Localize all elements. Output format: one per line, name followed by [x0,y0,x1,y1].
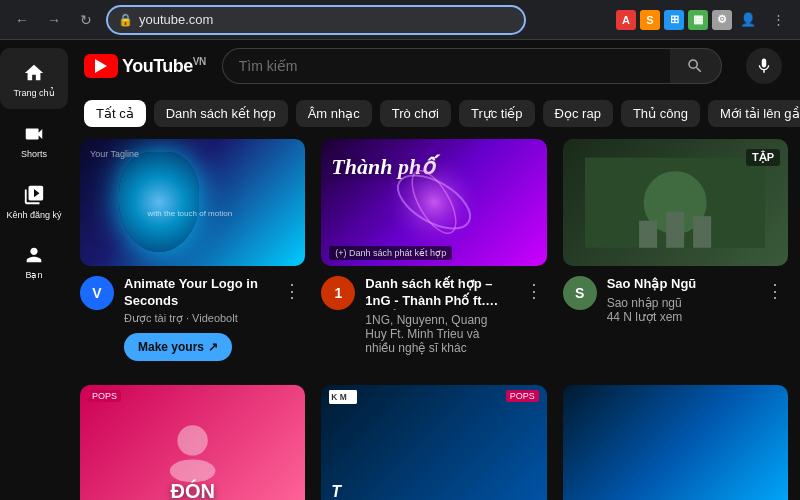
youtube-logo-icon [84,54,118,78]
search-button[interactable] [670,48,722,84]
video-info: Sao Nhập NgũSao nhập ngũ44 N lượt xem [607,276,752,324]
refresh-button[interactable]: ↻ [72,6,100,34]
forward-button[interactable]: → [40,6,68,34]
sidebar: Trang chủ Shorts Kênh đăng ký Bạn [0,40,68,500]
video-row-1: with the touch of motion Your Tagline VA… [80,139,788,361]
filter-chip-4[interactable]: Trực tiếp [459,100,535,127]
filter-bar: Tất cảDanh sách kết hợpÂm nhạcTrò chơiTr… [68,92,800,139]
menu-button[interactable]: ⋮ [764,6,792,34]
subscriptions-icon [23,184,45,206]
sidebar-home-label: Trang chủ [13,88,54,99]
filter-chip-3[interactable]: Trò chơi [380,100,451,127]
video-row-2: POPS ĐÓN PĐónPOPS Music⋮ K M POPS T TThà… [80,385,788,500]
lock-icon: 🔒 [118,13,133,27]
main-content: YouTubeVN Tất cảDanh sách kết hợpÂm nhạc… [68,40,800,500]
filter-chip-7[interactable]: Mới tải lên gần đây [708,100,800,127]
shorts-icon [23,123,45,145]
filter-chip-0[interactable]: Tất cả [84,100,146,127]
tap-label: TẬP [746,149,780,166]
channel-avatar: S [563,276,597,310]
svg-point-8 [177,425,207,455]
svg-rect-7 [693,216,711,248]
svg-point-9 [170,459,216,482]
video-card[interactable]: with the touch of motion Your Tagline VA… [80,139,305,361]
svg-text:K M: K M [332,392,347,402]
video-meta: 1Danh sách kết hợp – 1nG - Thành Phố ft.… [321,276,546,355]
extension-icons: A S ⊞ ▦ ⚙ [616,10,732,30]
video-info: Danh sách kết hợp – 1nG - Thành Phố ft. … [365,276,510,355]
svg-rect-6 [666,211,684,247]
video-title: Danh sách kết hợp – 1nG - Thành Phố ft. … [365,276,510,310]
sidebar-subscriptions-label: Kênh đăng ký [6,210,61,221]
url-text: youtube.com [139,12,213,27]
channel-avatar: 1 [321,276,355,310]
video-title: Animate Your Logo in Seconds [124,276,269,310]
play-triangle [95,59,107,73]
mic-button[interactable] [746,48,782,84]
ext-icon-2[interactable]: S [640,10,660,30]
video-channel: Sao nhập ngũ [607,296,752,310]
ext-icon-3[interactable]: ⊞ [664,10,684,30]
filter-chip-1[interactable]: Danh sách kết hợp [154,100,288,127]
svg-rect-5 [639,220,657,247]
video-stats: 44 N lượt xem [607,310,752,324]
nav-buttons: ← → ↻ [8,6,100,34]
channel-avatar: V [80,276,114,310]
filter-chip-6[interactable]: Thủ công [621,100,700,127]
video-menu-dots[interactable]: ⋮ [279,276,305,361]
home-icon [23,62,45,84]
filter-chip-5[interactable]: Đọc rap [543,100,613,127]
sponsored-label: Được tài trợ · Videobolt [124,312,269,325]
address-bar[interactable]: 🔒 youtube.com [106,5,526,35]
sidebar-item-subscriptions[interactable]: Kênh đăng ký [0,170,68,231]
browser-actions: A S ⊞ ▦ ⚙ 👤 ⋮ [616,6,792,34]
video-card[interactable]: K M POPS T TThànhChannel 5⋮ [321,385,546,500]
video-card[interactable]: POPS ĐÓN PĐónPOPS Music⋮ [80,385,305,500]
video-menu-dots[interactable]: ⋮ [521,276,547,355]
video-meta: SSao Nhập NgũSao nhập ngũ44 N lượt xem⋮ [563,276,788,324]
sidebar-you-label: Bạn [25,270,42,281]
ext-icon-5[interactable]: ⚙ [712,10,732,30]
filter-chip-2[interactable]: Âm nhạc [296,100,372,127]
search-bar [222,48,722,84]
video-menu-dots[interactable]: ⋮ [762,276,788,324]
sidebar-shorts-label: Shorts [21,149,47,160]
video-channel: 1NG, Nguyenn, Quang Huy Ft. Minh Trieu v… [365,313,510,355]
browser-chrome: ← → ↻ 🔒 youtube.com A S ⊞ ▦ ⚙ 👤 ⋮ [0,0,800,40]
ext-icon-4[interactable]: ▦ [688,10,708,30]
profile-button[interactable]: 👤 [734,6,762,34]
header: YouTubeVN [68,40,800,92]
video-card[interactable]: CVideo 6Channel 6⋮ [563,385,788,500]
video-info: Animate Your Logo in SecondsĐược tài trợ… [124,276,269,361]
sidebar-item-you[interactable]: Bạn [0,230,68,291]
youtube-app: Trang chủ Shorts Kênh đăng ký Bạn [0,40,800,500]
video-meta: VAnimate Your Logo in SecondsĐược tài tr… [80,276,305,361]
back-button[interactable]: ← [8,6,36,34]
you-icon [23,244,45,266]
video-card[interactable]: Thành phố (+) Danh sách phát kết hợp 1Da… [321,139,546,361]
sidebar-item-home[interactable]: Trang chủ [0,48,68,109]
youtube-logo[interactable]: YouTubeVN [84,54,206,78]
video-grid: with the touch of motion Your Tagline VA… [68,139,800,500]
ext-icon-1[interactable]: A [616,10,636,30]
search-input[interactable] [222,48,670,84]
youtube-logo-text: YouTubeVN [122,56,206,77]
make-yours-button[interactable]: Make yours ↗ [124,333,232,361]
video-title: Sao Nhập Ngũ [607,276,752,293]
sidebar-item-shorts[interactable]: Shorts [0,109,68,170]
video-card[interactable]: TẬP SSao Nhập NgũSao nhập ngũ44 N lượt x… [563,139,788,361]
svg-point-0 [384,152,484,252]
